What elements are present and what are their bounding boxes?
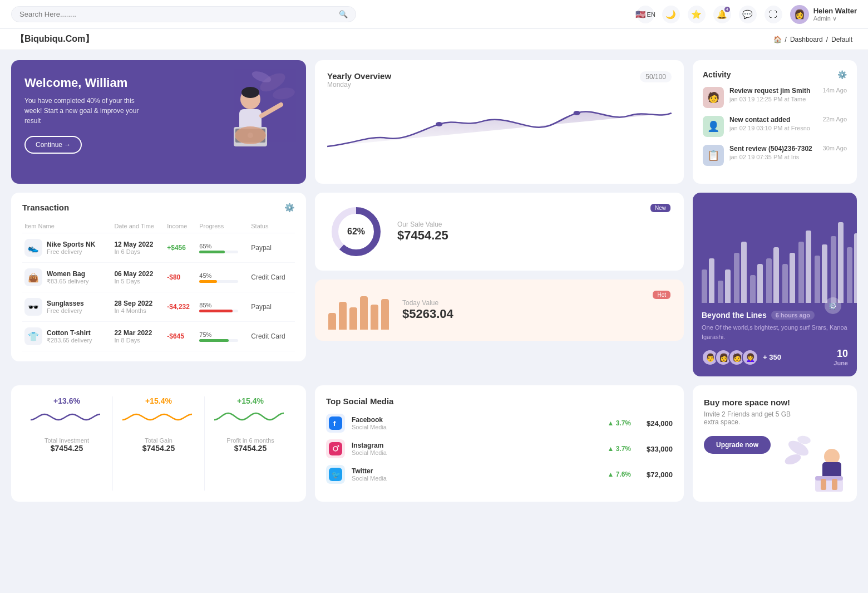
breadcrumb-dashboard[interactable]: Dashboard	[790, 36, 823, 43]
social-amount: $72,000	[647, 471, 673, 479]
transaction-card: Transaction ⚙️ Item Name Date and Time I…	[11, 193, 306, 361]
top-navigation: 🔍 🇺🇸 EN 🌙 ⭐ 🔔 4 💬 ⛶ 👩 Helen Walter Admin…	[0, 0, 868, 29]
item-sub: ₹283.65 delivery	[47, 337, 92, 344]
continue-button[interactable]: Continue →	[24, 136, 82, 154]
transaction-title-text: Transaction	[22, 203, 69, 213]
fullscreen-icon[interactable]: ⛶	[765, 6, 782, 23]
social-sub: Social Media	[352, 475, 387, 482]
table-row: 👕 Cotton T-shirt ₹283.65 delivery 22 Mar…	[22, 322, 295, 351]
today-bar	[339, 302, 347, 330]
item-date: 28 Sep 2022	[114, 300, 162, 307]
item-status: Credit Card	[249, 263, 295, 292]
progress-fill	[199, 251, 225, 253]
mini-wave-chart	[31, 409, 103, 431]
brand-logo: 【Biqubiqu.Com】	[16, 33, 94, 45]
activity-thumb: 👤	[703, 116, 724, 137]
search-input[interactable]	[19, 10, 334, 18]
mini-stat-label: Total Gain	[119, 437, 199, 444]
item-income: +$456	[165, 233, 197, 263]
col-status: Status	[249, 219, 295, 233]
item-name: Sunglasses	[47, 300, 84, 307]
activity-item-subtitle: jan 02 19 07:35 PM at Iris	[729, 154, 817, 160]
user-profile[interactable]: 👩 Helen Walter Admin ∨	[790, 5, 857, 24]
today-bar	[360, 296, 368, 330]
notifications-icon[interactable]: 🔔 4	[713, 6, 731, 23]
chart-bar	[798, 242, 804, 303]
search-bar[interactable]: 🔍	[11, 6, 356, 22]
item-icon: 🕶️	[24, 298, 42, 316]
chart-bar	[718, 281, 723, 303]
mini-stat: +15.4% Profit in 6 months $7454.25	[205, 396, 296, 491]
notification-badge: 4	[724, 7, 730, 12]
item-sub: ₹83.65 delivery	[47, 278, 89, 285]
bar-group	[750, 264, 763, 303]
social-media-card: Top Social Media f Facebook Social Media…	[315, 385, 684, 502]
progress-bar	[199, 251, 238, 253]
activity-text: New contact added jan 02 19 03:10 PM at …	[729, 116, 817, 131]
svg-point-11	[436, 122, 442, 126]
col-progress: Progress	[197, 219, 249, 233]
col-item: Item Name	[22, 219, 112, 233]
upgrade-button[interactable]: Upgrade now	[704, 436, 771, 454]
social-pct: ▲ 3.7%	[607, 445, 631, 453]
today-bar	[371, 305, 378, 330]
theme-toggle[interactable]: 🌙	[662, 6, 680, 23]
bar-chart-visual	[702, 203, 848, 303]
item-name: Women Bag	[47, 270, 89, 278]
today-info: Today Value $5263.04	[402, 299, 453, 321]
today-bar	[328, 313, 336, 330]
language-selector[interactable]: 🇺🇸 EN	[637, 6, 654, 23]
home-icon[interactable]: 🏠	[773, 36, 782, 43]
social-icon	[326, 439, 345, 458]
user-name: Helen Walter	[813, 7, 857, 15]
welcome-illustration	[200, 66, 300, 165]
svg-rect-25	[815, 476, 843, 481]
sale-label: Our Sale Value	[397, 220, 448, 228]
social-amount: $33,000	[647, 445, 673, 453]
table-row: 🕶️ Sunglasses Free delivery 28 Sep 2022 …	[22, 292, 295, 322]
chart-bar	[773, 247, 779, 303]
activity-item-time: 14m Ago	[823, 87, 847, 94]
chart-icon-3[interactable]: 🛒	[825, 297, 841, 314]
progress-bar	[199, 339, 238, 342]
sale-value: $7454.25	[397, 228, 448, 243]
bar-chart-card: ✦ ⚙ 🛒 Beyond the Lines 6 hours ago One O…	[693, 193, 857, 376]
svg-line-9	[262, 105, 281, 116]
activity-thumb: 📋	[703, 145, 724, 166]
activity-card: Activity ⚙️ 🧑 Review request jim Smith j…	[693, 60, 857, 184]
buy-subtitle: Invite 2 Friends and get 5 GB extra spac…	[704, 410, 798, 426]
activity-settings-icon[interactable]: ⚙️	[837, 70, 847, 79]
chart-bar	[757, 264, 763, 303]
social-info: Instagram Social Media	[352, 442, 387, 456]
chart-bar	[734, 253, 739, 303]
item-sub: Free delivery	[47, 307, 84, 314]
mini-wave-chart	[214, 409, 287, 431]
progress-label: 65%	[199, 243, 246, 249]
transaction-settings-icon[interactable]: ⚙️	[284, 203, 295, 213]
social-amount: $24,000	[647, 419, 673, 428]
sale-value-card: 62% Our Sale Value $7454.25 New	[315, 193, 684, 271]
messages-icon[interactable]: 💬	[739, 6, 757, 23]
item-name: Nike Sports NK	[47, 241, 95, 248]
progress-fill	[199, 339, 229, 342]
item-income: -$80	[165, 263, 197, 292]
bookmarks-icon[interactable]: ⭐	[688, 6, 706, 23]
today-bar	[381, 299, 389, 330]
bottom-row: +13.6% Total Investment $7454.25 +15.4% …	[11, 385, 857, 502]
activity-text: Review request jim Smith jan 03 19 12:25…	[729, 87, 817, 102]
item-icon: 👟	[24, 239, 42, 257]
social-name: Facebook	[352, 416, 387, 424]
col-date: Date and Time	[112, 219, 165, 233]
social-list: f Facebook Social Media ▲ 3.7% $24,000 I…	[326, 414, 673, 484]
beyond-description: One Of the world,s brightest, young surf…	[702, 323, 848, 341]
yearly-overview-card: Yearly Overview Monday 50/100	[315, 60, 684, 184]
sale-info: Our Sale Value $7454.25	[397, 220, 448, 243]
activity-title-text: Activity	[703, 70, 731, 79]
item-time: In 5 Days	[114, 278, 162, 285]
progress-fill	[199, 310, 233, 312]
sale-percent: 62%	[347, 227, 365, 237]
today-value: $5263.04	[402, 307, 453, 321]
activity-thumb: 🧑	[703, 87, 724, 108]
progress-label: 75%	[199, 331, 246, 338]
chart-bar	[815, 256, 820, 303]
